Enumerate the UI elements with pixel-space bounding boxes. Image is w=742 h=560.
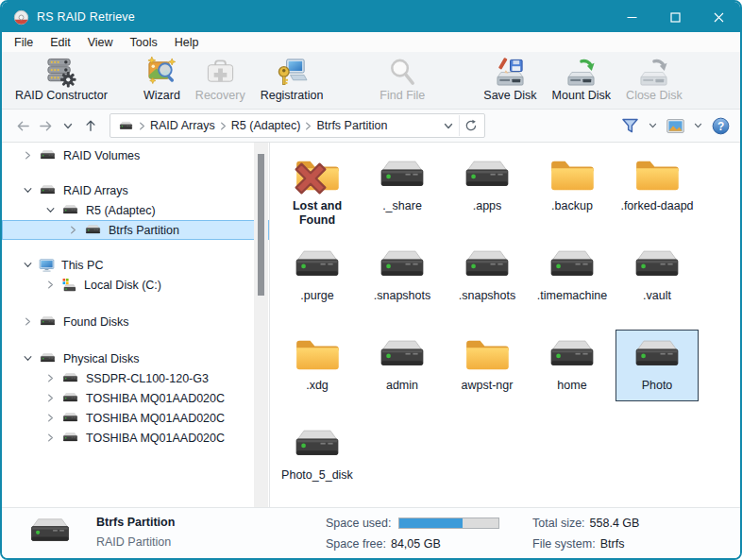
file-item-apps[interactable]: .apps [446,150,529,222]
breadcrumb-segment-raid-arrays[interactable]: RAID Arrays [150,119,215,132]
mount-disk-icon [565,57,597,88]
chevron-down-icon[interactable] [24,354,32,363]
drive-icon [291,423,344,467]
minimize-icon [627,12,637,23]
file-item-backup[interactable]: .backup [531,150,614,222]
file-item-awpst-ngr[interactable]: awpst-ngr [446,330,529,401]
filter-icon [621,118,639,134]
up-button[interactable] [79,114,102,137]
file-item-vault[interactable]: .vault [616,240,699,312]
close-disk-icon [638,57,669,88]
filter-dropdown-icon[interactable] [649,123,657,128]
chevron-right-icon[interactable] [46,433,55,442]
tree-item-this-pc[interactable]: This PC [2,255,269,275]
file-item-share[interactable]: ._share [361,150,444,222]
breadcrumb-segment-r5-adaptec[interactable]: R5 (Adaptec) [231,119,301,132]
drive-icon [61,431,79,445]
refresh-button[interactable] [459,115,482,136]
chevron-right-icon[interactable] [46,414,55,422]
menu-file[interactable]: File [6,34,42,51]
drive-icon [61,203,79,217]
back-button[interactable] [11,114,34,137]
file-item-admin[interactable]: admin [361,330,444,401]
status-space-free: Space free:84,05 GB [326,537,441,551]
wizard-button[interactable]: Wizard [136,56,188,103]
view-mode-icon [666,119,684,133]
chevron-down-icon [444,123,453,129]
raid-constructor-button[interactable]: RAID Constructor [8,56,115,103]
tree-scrollbar[interactable] [254,143,268,507]
file-item-lost-and-found[interactable]: Lost and Found [276,150,359,222]
tree-item-toshiba-3[interactable]: TOSHIBA MQ01AAD020C [2,428,269,448]
folder-icon [631,154,683,197]
chevron-right-icon[interactable] [46,374,55,382]
menu-help[interactable]: Help [166,34,208,51]
tree-item-ssdpr-cl100[interactable]: SSDPR-CL100-120-G3 [2,368,269,388]
minimize-button[interactable] [610,2,653,32]
file-panel: Lost and Found ._share .apps .backup .fo [270,143,740,507]
recent-locations-button[interactable] [57,114,79,137]
breadcrumb-segment-btrfs-partition[interactable]: Btrfs Partition [316,119,387,132]
file-item-home[interactable]: home [531,330,614,401]
chevron-right-icon[interactable] [46,280,55,289]
menu-tools[interactable]: Tools [122,34,166,51]
close-disk-button: Close Disk [618,56,690,103]
red-x-icon [284,157,337,200]
folder-lost-icon [291,154,344,197]
space-used-progress-fill [399,518,463,528]
file-item-photo-5-disk[interactable]: Photo_5_disk [276,419,359,491]
mount-disk-button[interactable]: Mount Disk [545,56,619,103]
forward-button[interactable] [34,114,57,137]
maximize-button[interactable] [653,2,697,32]
folder-icon [291,333,344,377]
drive-icon [26,512,74,552]
filter-button[interactable] [618,114,642,137]
help-button[interactable] [709,114,733,137]
tree-item-toshiba-2[interactable]: TOSHIBA MQ01AAD020C [2,408,269,428]
chevron-right-icon[interactable] [46,394,55,402]
windows-drive-icon [61,278,77,293]
view-mode-dropdown-icon[interactable] [694,123,702,128]
close-button[interactable] [697,2,740,32]
tree-item-raid-volumes[interactable]: RAID Volumes [2,145,269,165]
address-dropdown-button[interactable] [437,115,459,136]
drive-icon [39,148,57,162]
file-item-snapshots-2[interactable]: .snapshots [446,240,529,312]
file-item-forked-daapd[interactable]: .forked-daapd [616,150,699,222]
tree-item-btrfs-partition[interactable]: Btrfs Partition [2,220,269,240]
drive-icon [376,154,429,197]
registration-icon [277,57,308,88]
registration-button[interactable]: Registration [253,56,331,103]
tree-item-found-disks[interactable]: Found Disks [2,312,269,331]
save-disk-button[interactable]: Save Disk [476,56,544,103]
chevron-right-icon[interactable] [24,317,32,326]
file-item-xdg[interactable]: .xdg [276,330,359,401]
drive-icon [376,244,429,287]
file-item-purge[interactable]: .purge [276,240,359,312]
chevron-right-icon[interactable] [24,151,32,160]
drive-icon [61,371,79,385]
chevron-down-icon[interactable] [24,186,32,195]
file-item-timemachine[interactable]: .timemachine [531,240,614,312]
status-file-system: File system:Btrfs [532,537,624,551]
menu-edit[interactable]: Edit [42,34,79,51]
file-item-photo[interactable]: Photo [616,330,699,401]
tree-item-raid-arrays[interactable]: RAID Arrays [2,180,269,200]
tree-item-r5-adaptec[interactable]: R5 (Adaptec) [2,200,269,220]
breadcrumb-separator-icon [305,122,312,130]
breadcrumb[interactable]: RAID Arrays R5 (Adaptec) Btrfs Partition [110,113,485,138]
chevron-right-icon[interactable] [69,226,77,234]
tree-scrollbar-thumb[interactable] [258,154,264,296]
drive-icon [546,244,599,287]
file-item-snapshots-1[interactable]: .snapshots [361,240,444,312]
menu-view[interactable]: View [79,34,122,51]
window-title: RS RAID Retrieve [37,10,135,24]
tree-item-local-disk-c[interactable]: Local Disk (C:) [2,275,269,295]
tree-item-physical-disks[interactable]: Physical Disks [2,348,269,368]
drive-icon [39,183,57,197]
chevron-down-icon[interactable] [24,261,32,269]
maximize-icon [670,12,681,23]
view-mode-button[interactable] [664,114,687,137]
tree-item-toshiba-1[interactable]: TOSHIBA MQ01AAD020C [2,388,269,408]
chevron-down-icon[interactable] [46,206,55,214]
